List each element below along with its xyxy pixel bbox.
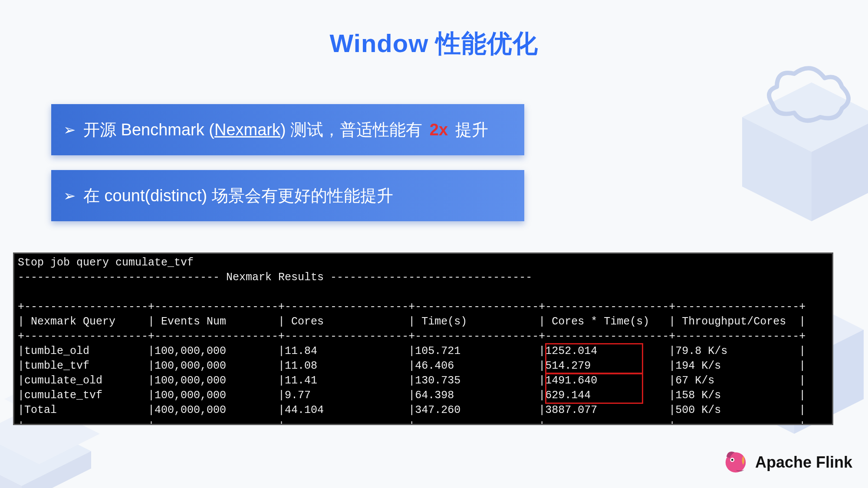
bullet-arrow-icon: ➢ <box>63 122 76 137</box>
bullet-count-distinct-text: 在 count(distinct) 场景会有更好的性能提升 <box>83 185 393 207</box>
b1-mid: ) 测试，普适性能有 <box>280 121 427 139</box>
flink-squirrel-icon <box>722 448 749 477</box>
bullet-arrow-icon: ➢ <box>63 188 76 203</box>
terminal-highlight <box>545 373 643 404</box>
slide-title: Window 性能优化 <box>0 27 868 61</box>
svg-point-17 <box>731 459 733 461</box>
terminal-highlight <box>545 343 643 374</box>
bullet-count-distinct: ➢ 在 count(distinct) 场景会有更好的性能提升 <box>51 170 524 221</box>
bullet-benchmark-text: 开源 Benchmark (Nexmark) 测试，普适性能有 2x 提升 <box>83 119 488 141</box>
footer-brand-text: Apache Flink <box>755 453 852 472</box>
footer-logo: Apache Flink <box>722 448 852 477</box>
b1-red: 2x <box>430 121 448 139</box>
b1-post: 提升 <box>450 121 488 139</box>
terminal-output: Stop job query cumulate_tvf ------------… <box>13 252 833 425</box>
bullet-benchmark: ➢ 开源 Benchmark (Nexmark) 测试，普适性能有 2x 提升 <box>51 104 524 155</box>
b1-link: Nexmark <box>214 121 280 139</box>
b1-pre: 开源 Benchmark ( <box>83 121 214 139</box>
